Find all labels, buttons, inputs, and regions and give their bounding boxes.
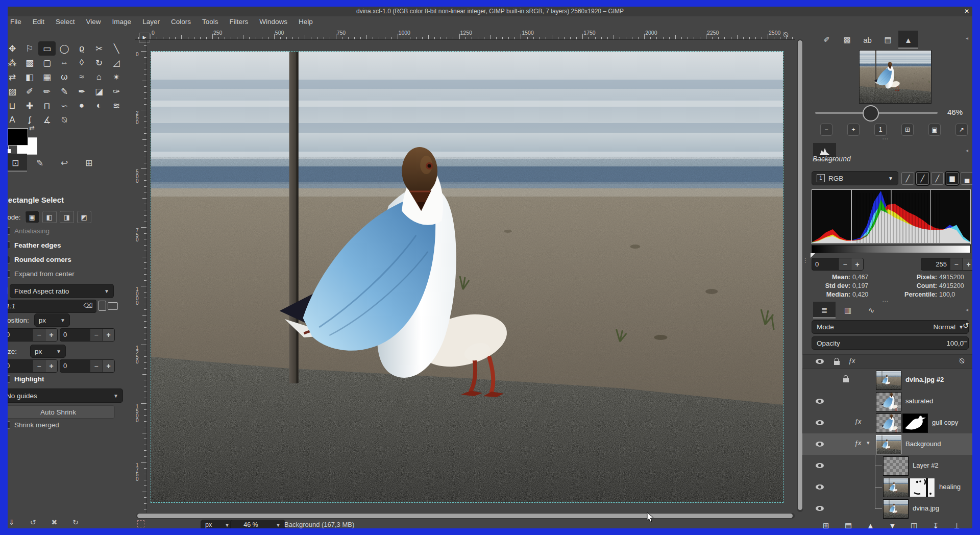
status-zoom-dropdown[interactable]: 46 %▼ <box>230 520 285 528</box>
scissors-select-tool[interactable]: ✂ <box>90 41 108 56</box>
tab-images[interactable]: ⊞ <box>77 154 101 172</box>
decrement-icon[interactable]: − <box>839 258 851 270</box>
layer-row[interactable]: dvina.jpg <box>802 498 972 519</box>
checkbox-box[interactable]: ✓ <box>8 227 10 235</box>
tab-undo-history[interactable]: ↩ <box>53 154 76 172</box>
perspective-tool[interactable]: ◿ <box>108 56 125 70</box>
fx-icon[interactable]: ƒx <box>854 418 861 425</box>
mode-subtract-button[interactable]: ◨ <box>60 211 74 223</box>
perceptual-toggle[interactable]: ╱ <box>916 172 929 185</box>
zoom-out-button[interactable]: − <box>821 124 832 135</box>
range-handle-icon[interactable] <box>811 253 815 258</box>
increment-icon[interactable]: + <box>962 258 972 270</box>
log-light-toggle[interactable]: ╱ <box>931 172 944 185</box>
airbrush-tool[interactable]: ✎ <box>56 84 73 99</box>
duplicate-layer-button[interactable]: ◫ <box>911 521 918 528</box>
tab-paths[interactable]: ∿ <box>860 302 883 319</box>
tab-patterns[interactable]: ▩ <box>837 31 857 49</box>
text-tool[interactable]: A <box>8 113 21 127</box>
shear-tool[interactable]: ◊ <box>73 56 90 70</box>
zoom-fill-button[interactable]: ▣ <box>929 124 940 135</box>
layer-thumbnail[interactable] <box>883 499 909 519</box>
visibility-eye-icon[interactable] <box>816 506 824 511</box>
layer-thumbnail[interactable] <box>883 456 909 476</box>
layer-thumbnail[interactable] <box>876 371 901 390</box>
mode-add-button[interactable]: ◧ <box>42 211 57 223</box>
dodge-burn-tool[interactable]: ◐ <box>90 99 108 113</box>
feather-edges-checkbox[interactable]: Feather edges <box>8 241 61 249</box>
unified-transform-tool[interactable]: ⇔ <box>56 56 73 70</box>
zoom-indicator-icon[interactable]: ⍉ <box>783 30 788 39</box>
new-group-button[interactable]: ▤ <box>845 521 852 528</box>
decrement-icon[interactable]: − <box>33 329 45 341</box>
n-point-deformation-tool[interactable]: ✴ <box>108 70 125 84</box>
histogram-linear-toggle[interactable]: ▆ <box>946 172 959 185</box>
menu-layer[interactable]: Layer <box>137 16 165 28</box>
reset-options-icon[interactable]: ↻ <box>72 518 79 526</box>
free-select-tool[interactable]: ϱ <box>73 41 90 56</box>
increment-icon[interactable]: + <box>45 329 57 341</box>
guides-dropdown[interactable]: No guides▼ <box>8 388 123 403</box>
layer-row[interactable]: dvina.jpg #2 <box>802 369 972 391</box>
pencil-tool[interactable]: ✏ <box>38 84 56 99</box>
smudge-warp-tool[interactable]: ≈ <box>73 70 90 84</box>
position-y-spinner[interactable]: 0 −+ <box>60 328 115 342</box>
shrink-wrap-button[interactable]: ↗ <box>956 124 967 135</box>
zoom-1-1-button[interactable]: 1 <box>875 124 886 135</box>
title-bar[interactable]: dvina.xcf-1.0 (RGB color 8-bit non-linea… <box>8 7 972 16</box>
layer-thumbnail[interactable] <box>876 392 901 411</box>
size-unit-dropdown[interactable]: px▼ <box>30 345 66 358</box>
zoom-slider-handle[interactable] <box>863 105 879 121</box>
zoom-in-button[interactable]: + <box>848 124 859 135</box>
histogram-plot[interactable] <box>812 189 971 244</box>
layer-row[interactable]: saturated <box>802 391 972 412</box>
save-preset-icon[interactable]: ⇓ <box>9 518 15 526</box>
decrement-icon[interactable]: − <box>950 258 962 270</box>
checkbox-box[interactable] <box>8 256 10 263</box>
portrait-orientation-icon[interactable] <box>99 301 106 311</box>
tab-menu-icon[interactable]: ◂ <box>966 35 968 41</box>
visibility-eye-icon[interactable] <box>816 399 824 404</box>
landscape-orientation-icon[interactable] <box>108 302 118 310</box>
dock-drag-handle[interactable]: ⋮ <box>802 257 810 264</box>
visibility-eye-icon[interactable] <box>816 420 824 425</box>
crop-tool[interactable]: ▢ <box>38 56 56 70</box>
decrement-icon[interactable]: − <box>90 360 102 372</box>
move-tool[interactable]: ✥ <box>8 41 21 56</box>
increment-icon[interactable]: + <box>102 360 114 372</box>
delete-preset-icon[interactable]: ✖ <box>51 518 57 526</box>
paths-tool[interactable]: ╲ <box>108 41 125 56</box>
perspective-clone-tool[interactable]: ⊓ <box>38 99 56 113</box>
layer-row[interactable]: ƒx▾Background <box>802 433 972 455</box>
panel-divider-dots[interactable]: ⋯ <box>882 298 889 305</box>
search-icon[interactable]: ⍉ <box>960 356 964 366</box>
close-window-button[interactable]: ✕ <box>963 7 971 16</box>
perspective-grid-tool[interactable]: ▦ <box>38 70 56 84</box>
layer-mask-thumbnail[interactable] <box>902 414 928 433</box>
swap-colors-icon[interactable]: ⇄ <box>29 124 35 132</box>
horizontal-scrollbar[interactable] <box>136 513 795 519</box>
decrement-icon[interactable]: − <box>90 329 102 341</box>
3d-transform-tool[interactable]: ◧ <box>21 70 38 84</box>
quick-mask-toggle[interactable] <box>137 520 144 527</box>
menu-tools[interactable]: Tools <box>197 16 224 28</box>
status-unit-dropdown[interactable]: px▼ <box>201 520 234 528</box>
checkbox-box[interactable] <box>8 241 10 249</box>
fixed-aspect-checkbox[interactable] <box>8 287 8 295</box>
histogram-low-spinner[interactable]: 0 −+ <box>812 258 864 271</box>
navigation-preview[interactable] <box>859 50 932 104</box>
rounded-corners-checkbox[interactable]: Rounded corners <box>8 256 71 263</box>
position-x-spinner[interactable]: 0 −+ <box>8 328 58 342</box>
aspect-ratio-input[interactable]: 1:1 ⌫ <box>8 300 96 313</box>
horizontal-ruler[interactable]: 02505007501000125015001750200022502500 <box>135 29 795 40</box>
heal-tool[interactable]: ✚ <box>21 99 38 113</box>
tab-channels[interactable]: ▥ <box>837 302 859 319</box>
position-unit-dropdown[interactable]: px▼ <box>34 313 70 327</box>
layer-row[interactable]: Layer #2 <box>802 455 972 476</box>
restore-preset-icon[interactable]: ↺ <box>30 518 36 526</box>
layer-row[interactable]: healing <box>802 476 972 498</box>
new-layer-button[interactable]: ⊞ <box>823 521 829 528</box>
smudge-tool[interactable]: ∽ <box>56 99 73 113</box>
layer-opacity-slider[interactable]: Opacity 100,0 <box>812 336 969 350</box>
zoom-fit-button[interactable]: ⊞ <box>902 124 913 135</box>
